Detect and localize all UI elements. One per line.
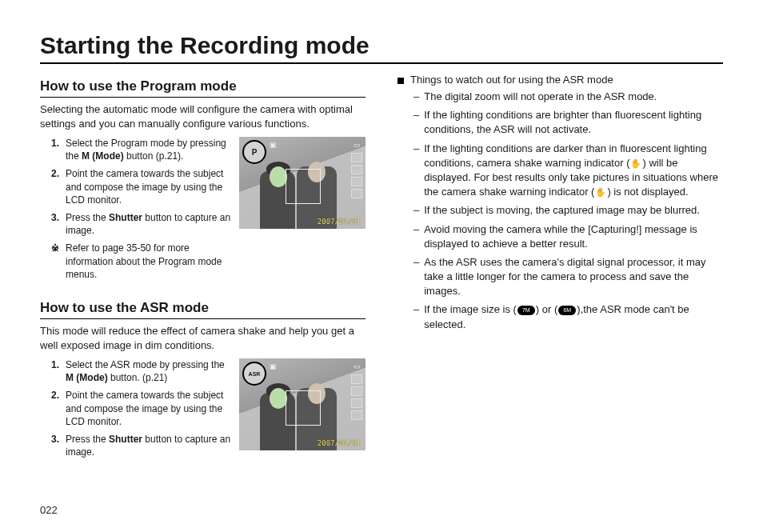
focus-frame-icon: [286, 390, 321, 426]
step-num: 3.: [51, 433, 62, 458]
asr-intro: This mode will reduce the effect of came…: [40, 324, 366, 352]
lcd-top-icons: ▣▭: [270, 362, 361, 370]
section-title-asr: How to use the ASR mode: [40, 300, 366, 319]
asr-step-1: 1. Select the ASR mode by pressing the M…: [51, 358, 231, 384]
focus-frame-icon: [286, 169, 321, 204]
asr-steps: 1. Select the ASR mode by pressing the M…: [40, 358, 231, 463]
list-item: –If the lighting conditions are brighter…: [413, 108, 723, 137]
asr-lcd-preview: ASR ▣▭ 2007/01/01: [239, 358, 366, 450]
list-item: –If the subject is moving, the captured …: [413, 203, 723, 218]
page-number: 022: [40, 504, 723, 516]
left-column: How to use the Program mode Selecting th…: [40, 74, 366, 498]
lcd-date: 2007/01/01: [318, 439, 361, 447]
section-title-program: How to use the Program mode: [40, 78, 366, 98]
program-intro: Selecting the automatic mode will config…: [40, 102, 366, 130]
list-item: – If the image size is (7M) or (6M),the …: [413, 302, 723, 331]
square-bullet-icon: [397, 78, 404, 84]
step-num: 1.: [51, 358, 62, 384]
mode-badge-icon: ASR: [242, 362, 266, 386]
shake-warning-icon: ✋: [630, 158, 641, 170]
step-num: 2.: [51, 389, 62, 428]
list-item: –The digital zoom will not operate in th…: [413, 90, 723, 104]
lcd-date: 2007/01/01: [318, 218, 361, 226]
mode-badge-icon: P: [242, 140, 266, 164]
asr-tips-list: –The digital zoom will not operate in th…: [397, 90, 723, 332]
list-item: – If the lighting conditions are darker …: [413, 142, 723, 200]
program-step-1: 1. Select the Program mode by pressing t…: [51, 137, 231, 162]
lcd-side-icons: [351, 374, 362, 420]
lcd-side-icons: [351, 153, 362, 198]
program-lcd-preview: P ▣▭ 2007/01/01: [239, 137, 366, 229]
program-steps: 1. Select the Program mode by pressing t…: [40, 137, 231, 286]
asr-step-3: 3. Press the Shutter button to capture a…: [51, 433, 231, 458]
image-size-icon: 7M: [517, 306, 535, 315]
note-symbol: ※: [51, 242, 62, 281]
step-num: 1.: [51, 137, 62, 162]
asr-step-2: 2. Point the camera towards the subject …: [51, 389, 231, 428]
program-step-2: 2. Point the camera towards the subject …: [51, 167, 231, 206]
shake-warning-icon: ✋: [595, 186, 606, 198]
image-size-icon: 6M: [558, 306, 576, 315]
step-num: 3.: [51, 211, 62, 237]
right-column: Things to watch out for using the ASR mo…: [397, 74, 723, 498]
program-step-3: 3. Press the Shutter button to capture a…: [51, 211, 231, 237]
list-item: –As the ASR uses the camera's digital si…: [413, 255, 723, 299]
step-num: 2.: [51, 167, 62, 206]
lcd-top-icons: ▣▭: [270, 141, 361, 149]
list-item: –Avoid moving the camera while the [Capt…: [413, 222, 723, 251]
program-note: ※ Refer to page 35-50 for more informati…: [51, 242, 231, 281]
page-title: Starting the Recording mode: [40, 32, 723, 64]
asr-tips-heading: Things to watch out for using the ASR mo…: [397, 74, 723, 86]
